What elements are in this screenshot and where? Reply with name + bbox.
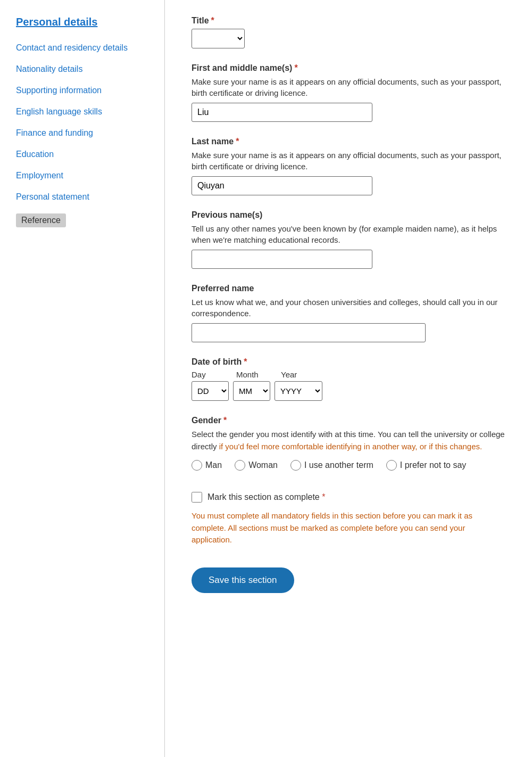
preferred-name-group: Preferred name Let us know what we, and … [192,284,511,342]
first-name-label: First and middle name(s) * [192,63,511,73]
sidebar-item-english[interactable]: English language skills [16,107,154,117]
preferred-name-input[interactable] [192,323,426,342]
first-name-required-star: * [294,63,297,73]
previous-name-group: Previous name(s) Tell us any other names… [192,210,511,269]
gender-group: Gender * Select the gender you most iden… [192,416,511,471]
previous-name-hint: Tell us any other names you've been know… [192,223,511,245]
sidebar-item-contact[interactable]: Contact and residency details [16,43,154,53]
sidebar-item-finance[interactable]: Finance and funding [16,128,154,138]
sidebar-item-personal-statement[interactable]: Personal statement [16,192,154,202]
last-name-group: Last name * Make sure your name is as it… [192,137,511,195]
gender-option-prefer-not[interactable]: I prefer not to say [386,460,467,471]
gender-radio-prefer-not[interactable] [386,460,397,471]
first-name-group: First and middle name(s) * Make sure you… [192,63,511,122]
dob-selects: DD for(let i=1;i<=31;i++){document.write… [192,381,511,401]
gender-radio-man[interactable] [192,460,202,471]
preferred-name-hint: Let us know what we, and your chosen uni… [192,297,511,319]
mark-complete-section: Mark this section as complete * You must… [192,492,511,546]
dob-required-star: * [244,357,247,367]
previous-name-label: Previous name(s) [192,210,511,220]
mark-complete-checkbox[interactable] [192,492,202,503]
sidebar-item-nationality[interactable]: Nationality details [16,64,154,74]
gender-option-woman-label: Woman [248,460,278,470]
title-select[interactable]: Mr Mrs Ms Miss Dr Prof [192,29,245,48]
sidebar-item-reference[interactable]: Reference [16,213,66,227]
dob-day-select[interactable]: DD for(let i=1;i<=31;i++){document.write… [192,381,229,401]
title-required-star: * [211,16,214,26]
sidebar-item-employment[interactable]: Employment [16,171,154,180]
last-name-required-star: * [236,137,239,146]
sidebar: Personal details Contact and residency d… [0,0,165,757]
last-name-label: Last name * [192,137,511,146]
last-name-input[interactable] [192,176,372,195]
gender-option-another-term[interactable]: I use another term [290,460,373,471]
mark-complete-hint: You must complete all mandatory fields i… [192,510,479,546]
gender-label: Gender * [192,416,511,425]
gender-radio-woman[interactable] [235,460,245,471]
title-group: Title * Mr Mrs Ms Miss Dr Prof [192,16,511,48]
dob-month-label: Month [236,370,273,379]
first-name-hint: Make sure your name is as it appears on … [192,76,511,98]
preferred-name-label: Preferred name [192,284,511,293]
gender-description: Select the gender you most identify with… [192,429,511,452]
gender-option-another-term-label: I use another term [304,460,373,470]
title-label: Title * [192,16,511,26]
first-name-input[interactable] [192,103,372,122]
mark-complete-required-star: * [322,492,325,501]
dob-year-label: Year [281,370,323,379]
dob-month-select[interactable]: MM 010203 040506 070809 101112 [233,381,270,401]
gender-option-man[interactable]: Man [192,460,222,471]
gender-required-star: * [223,416,227,425]
mark-complete-label: Mark this section as complete * [207,492,325,502]
sidebar-title[interactable]: Personal details [16,16,154,28]
dob-label: Date of birth * [192,357,511,367]
main-form: Title * Mr Mrs Ms Miss Dr Prof First and… [165,0,532,757]
dob-year-select[interactable]: YYYY 20102009200820072006200520042003200… [275,381,322,401]
gender-options: Man Woman I use another term I prefer no… [192,460,511,471]
gender-option-man-label: Man [205,460,222,470]
dob-group: Date of birth * Day Month Year DD for(le… [192,357,511,401]
mark-complete-row: Mark this section as complete * [192,492,511,503]
last-name-hint: Make sure your name is as it appears on … [192,150,511,172]
sidebar-item-supporting[interactable]: Supporting information [16,86,154,95]
previous-name-input[interactable] [192,250,372,269]
gender-radio-another-term[interactable] [290,460,301,471]
dob-day-label: Day [192,370,229,379]
gender-option-prefer-not-label: I prefer not to say [400,460,467,470]
sidebar-item-education[interactable]: Education [16,150,154,159]
dob-labels: Day Month Year [192,370,511,379]
gender-option-woman[interactable]: Woman [235,460,278,471]
save-button[interactable]: Save this section [192,567,294,593]
